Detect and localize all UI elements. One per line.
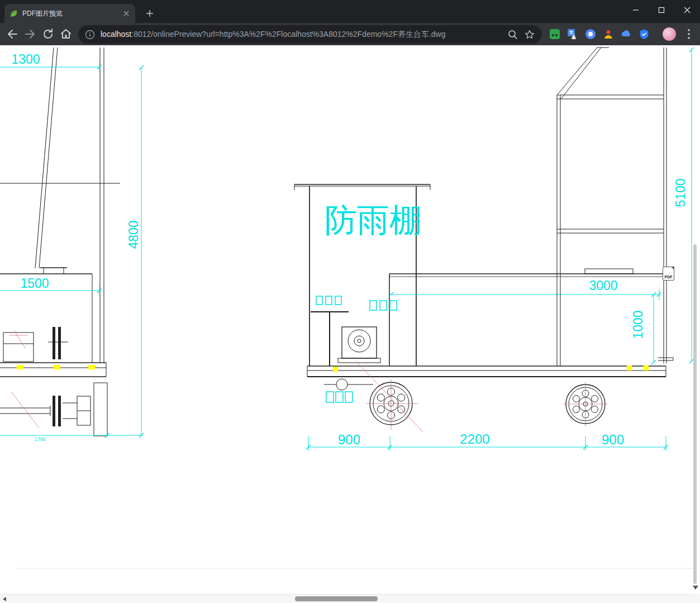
dimension-label-1300: 1300 — [11, 52, 40, 67]
home-icon[interactable] — [59, 27, 73, 41]
horizontal-scrollbar[interactable] — [0, 594, 700, 603]
extension-icon-person[interactable] — [602, 27, 615, 41]
dimension-label-1500: 1500 — [20, 276, 49, 291]
cad-drawing: 1300 1500 4800 1785 — [0, 45, 700, 594]
left-view-dimensions — [0, 61, 144, 438]
left-view-hatch-marks — [17, 365, 95, 369]
pdf-badge-label: PDF — [665, 274, 673, 280]
rain-shelter-label: 防雨棚 — [325, 202, 422, 238]
extension-icon-blue-circle[interactable] — [584, 27, 597, 41]
dimension-label-3000: 3000 — [589, 278, 617, 293]
tab-close-icon[interactable] — [122, 9, 131, 18]
dimension-label-2200: 2200 — [460, 431, 489, 447]
url-text: localhost:8012/onlinePreview?url=http%3A… — [101, 30, 502, 40]
minimize-button[interactable] — [623, 0, 649, 20]
horizontal-scrollbar-thumb[interactable] — [295, 596, 378, 601]
maximize-button[interactable] — [649, 0, 674, 20]
dimension-label-900-left: 900 — [338, 432, 360, 447]
rear-view-outline — [557, 48, 673, 366]
dimension-label-1000: 1000 — [631, 310, 645, 339]
tab-title: PDF图片预览 — [22, 9, 122, 18]
reload-icon[interactable] — [41, 27, 55, 41]
info-icon[interactable] — [85, 30, 95, 40]
vertical-scrollbar-thumb[interactable] — [693, 244, 697, 584]
extension-icon-shield[interactable] — [637, 27, 651, 41]
extension-icon-translate[interactable] — [566, 27, 579, 41]
browser-menu-icon[interactable] — [684, 27, 694, 41]
scroll-left-arrow-icon[interactable] — [3, 597, 6, 601]
bookmark-star-icon[interactable] — [524, 29, 535, 40]
dimension-label-1785: 1785 — [35, 436, 46, 442]
profile-avatar[interactable] — [663, 27, 676, 41]
back-icon[interactable] — [6, 27, 19, 41]
dwg-preview-page: 1300 1500 4800 1785 — [0, 45, 700, 594]
side-view-dimensions — [306, 289, 668, 451]
dimension-label-5100: 5100 — [673, 178, 688, 207]
dimension-label-900-right: 900 — [602, 432, 624, 447]
url-path: :8012/onlinePreview?url=http%3A%2F%2Floc… — [131, 30, 445, 39]
left-view-outline — [0, 48, 120, 436]
page-fold-corner — [671, 267, 674, 270]
forward-icon[interactable] — [23, 27, 37, 41]
window-titlebar: PDF图片预览 — [0, 0, 700, 23]
dimension-label-4800: 4800 — [126, 220, 141, 249]
zoom-icon[interactable] — [507, 29, 518, 40]
new-tab-button[interactable] — [143, 7, 156, 20]
extension-icon-tampermonkey[interactable] — [548, 27, 561, 41]
close-button[interactable] — [674, 0, 700, 20]
scrollbar-corner — [693, 594, 700, 603]
browser-tab[interactable]: PDF图片预览 — [4, 4, 135, 23]
url-host: localhost — [101, 30, 131, 39]
spring-leaf-favicon — [9, 9, 18, 18]
address-bar[interactable]: localhost:8012/onlinePreview?url=http%3A… — [78, 25, 542, 44]
window-controls — [623, 0, 700, 20]
pdf-file-icon[interactable]: PDF — [663, 267, 674, 281]
scroll-down-arrow-icon[interactable] — [693, 586, 698, 590]
extension-icon-cloud[interactable] — [620, 27, 633, 41]
